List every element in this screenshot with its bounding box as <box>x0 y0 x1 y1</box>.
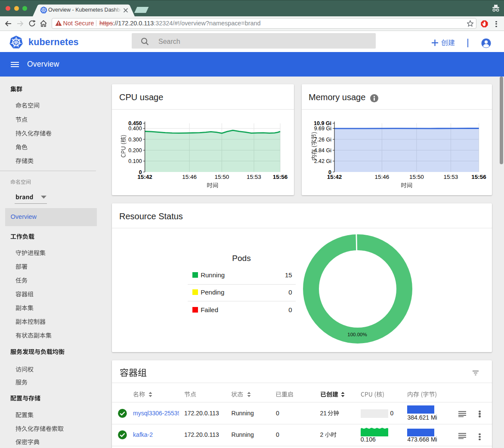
svg-text:15:42: 15:42 <box>327 174 342 180</box>
svg-text:0.300: 0.300 <box>128 137 142 143</box>
svg-text:15:50: 15:50 <box>215 174 229 180</box>
svg-text:15:42: 15:42 <box>137 174 152 180</box>
svg-text:15:46: 15:46 <box>375 174 390 180</box>
svg-text:0.400: 0.400 <box>128 126 142 132</box>
svg-text:15:53: 15:53 <box>444 174 458 180</box>
svg-text:2.42 Gi: 2.42 Gi <box>314 158 331 164</box>
svg-text:0.100: 0.100 <box>128 158 142 164</box>
svg-text:9.69 Gi: 9.69 Gi <box>314 126 331 132</box>
svg-text:15:56: 15:56 <box>273 174 288 180</box>
svg-text:0.200: 0.200 <box>128 147 142 153</box>
svg-text:15:53: 15:53 <box>247 174 261 180</box>
svg-text:15:50: 15:50 <box>409 174 424 180</box>
svg-text:15:46: 15:46 <box>182 174 197 180</box>
svg-text:4.84 Gi: 4.84 Gi <box>314 147 331 153</box>
svg-text:7.26 Gi: 7.26 Gi <box>314 137 331 143</box>
svg-text:15:56: 15:56 <box>471 174 486 180</box>
